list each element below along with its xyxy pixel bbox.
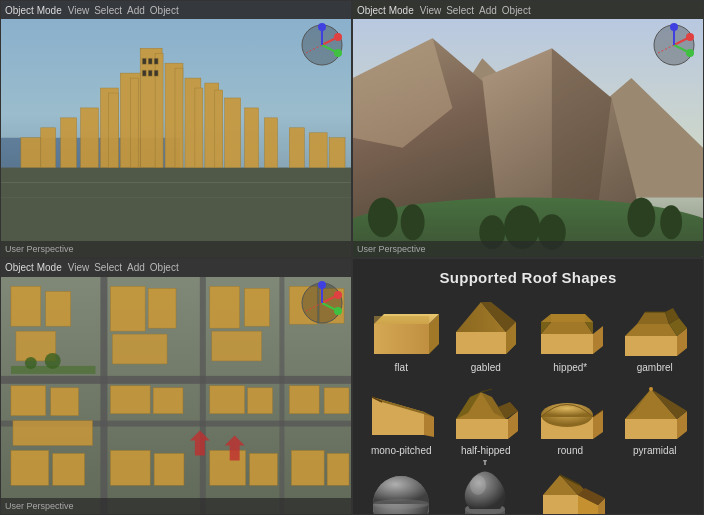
svg-point-46 [686, 49, 694, 57]
roof-label-hipped: hipped* [553, 362, 587, 373]
svg-point-5 [334, 49, 342, 57]
svg-rect-30 [195, 88, 203, 168]
roof-label-half-hipped: half-hipped [461, 445, 510, 456]
menu-add-mountains[interactable]: Add [479, 5, 497, 16]
roof-shapes-grid: flat [353, 294, 703, 516]
menu-object-aerial[interactable]: Object [150, 262, 179, 273]
svg-marker-134 [372, 397, 424, 435]
roof-shape-half-hipped [448, 377, 523, 442]
menu-view-aerial[interactable]: View [68, 262, 90, 273]
viewport-menu-city[interactable]: View Select Add Object [68, 5, 179, 16]
svg-rect-115 [456, 332, 506, 354]
svg-rect-81 [110, 286, 145, 331]
svg-rect-127 [625, 336, 677, 356]
viewport-menu-aerial[interactable]: View Select Add Object [68, 262, 179, 273]
mode-label-aerial[interactable]: Object Mode [5, 262, 62, 273]
svg-rect-82 [148, 288, 176, 328]
svg-rect-114 [374, 316, 429, 324]
svg-marker-129 [625, 324, 677, 336]
menu-select-city[interactable]: Select [94, 5, 122, 16]
svg-rect-34 [148, 58, 152, 64]
svg-rect-103 [250, 453, 278, 485]
viewport-info-aerial: User Perspective [1, 498, 351, 514]
roof-item-saltbox: saltbox [530, 460, 611, 516]
svg-rect-23 [21, 138, 41, 168]
menu-select-aerial[interactable]: Select [94, 262, 122, 273]
svg-rect-98 [11, 450, 49, 485]
svg-rect-94 [210, 385, 245, 413]
menu-view-city[interactable]: View [68, 5, 90, 16]
svg-point-58 [401, 204, 425, 240]
roof-item-round: round [530, 377, 611, 456]
svg-rect-95 [248, 387, 273, 413]
svg-rect-17 [81, 108, 99, 168]
menu-view-mountains[interactable]: View [420, 5, 442, 16]
viewport-info-city: User Perspective [1, 241, 351, 257]
nav-gizmo-aerial[interactable] [300, 281, 345, 326]
svg-marker-146 [593, 410, 603, 439]
svg-rect-25 [309, 133, 327, 168]
menu-select-mountains[interactable]: Select [446, 5, 474, 16]
svg-rect-76 [200, 277, 206, 515]
svg-rect-96 [289, 385, 319, 413]
roof-shape-saltbox [533, 460, 608, 516]
svg-rect-91 [13, 420, 93, 445]
svg-point-59 [627, 197, 655, 237]
menu-add-aerial[interactable]: Add [127, 262, 145, 273]
svg-rect-85 [245, 288, 270, 326]
roof-item-pyramidal: pyramidal [615, 377, 696, 456]
svg-line-144 [481, 389, 492, 392]
svg-rect-102 [210, 450, 246, 485]
svg-rect-19 [61, 118, 77, 168]
menu-add-city[interactable]: Add [127, 5, 145, 16]
roof-item-gambrel: gambrel [615, 294, 696, 373]
viewport-info-mountains: User Perspective [353, 241, 703, 257]
camera-label-mountains: User Perspective [357, 244, 426, 254]
svg-rect-101 [154, 453, 184, 485]
roof-shape-round [533, 377, 608, 442]
mode-label-mountains[interactable]: Object Mode [357, 5, 414, 16]
svg-rect-26 [329, 138, 345, 168]
mountain-scene [353, 19, 703, 257]
roof-label-round: round [557, 445, 583, 456]
svg-rect-32 [215, 90, 223, 168]
svg-rect-31 [108, 93, 118, 168]
roof-item-half-hipped: half-hipped [446, 377, 527, 456]
svg-rect-77 [279, 277, 284, 515]
svg-rect-92 [110, 385, 150, 413]
svg-point-108 [25, 356, 37, 368]
svg-rect-73 [1, 375, 351, 383]
viewport-aerial: Object Mode View Select Add Object [0, 258, 352, 516]
viewport-header-mountains: Object Mode View Select Add Object [353, 1, 703, 19]
roof-item-flat: flat [361, 294, 442, 373]
svg-rect-20 [245, 108, 259, 168]
svg-rect-79 [46, 291, 71, 326]
roof-shape-onion [448, 460, 523, 516]
nav-gizmo-city[interactable] [300, 23, 345, 68]
svg-point-164 [483, 460, 487, 462]
svg-rect-100 [110, 450, 150, 485]
svg-rect-18 [225, 98, 241, 168]
roof-shape-gabled [448, 294, 523, 359]
viewport-city: Object Mode View Select Add Object [0, 0, 352, 258]
viewport-roofs: Supported Roof Shapes [352, 258, 704, 516]
svg-rect-33 [142, 58, 146, 64]
svg-rect-120 [541, 334, 593, 354]
menu-object-mountains[interactable]: Object [502, 5, 531, 16]
svg-point-7 [318, 23, 326, 31]
svg-rect-89 [11, 385, 46, 415]
svg-point-71 [318, 281, 326, 289]
nav-gizmo-mountains[interactable] [652, 23, 697, 68]
viewport-menu-mountains[interactable]: View Select Add Object [420, 5, 531, 16]
menu-object-city[interactable]: Object [150, 5, 179, 16]
roof-shape-pyramidal [617, 377, 692, 442]
roof-label-mono-pitched: mono-pitched [371, 445, 432, 456]
svg-marker-121 [593, 326, 603, 354]
roof-item-onion: onion [446, 460, 527, 516]
roof-label-gabled: gabled [471, 362, 501, 373]
mode-label-city[interactable]: Object Mode [5, 5, 62, 16]
svg-rect-37 [148, 70, 152, 76]
main-layout: Object Mode View Select Add Object [0, 0, 704, 515]
svg-rect-28 [175, 68, 183, 167]
svg-point-158 [373, 499, 429, 509]
